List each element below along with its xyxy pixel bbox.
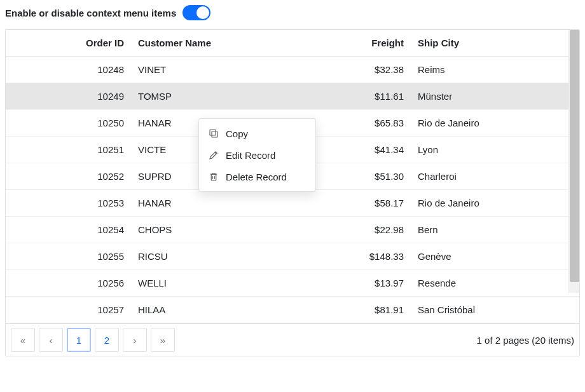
pager-buttons: « ‹ 1 2 › » [11,328,175,352]
cell-customer: RICSU [133,243,324,270]
col-order-id[interactable]: Order ID [6,30,133,57]
cell-freight: $41.34 [324,137,413,163]
cell-order-id: 10253 [6,190,133,217]
cell-order-id: 10250 [6,110,133,137]
cell-city: Resende [413,270,579,297]
cell-customer: CHOPS [133,217,324,243]
cell-city: Münster [413,83,579,110]
scrollbar-thumb[interactable] [570,30,579,282]
toggle-label: Enable or disable context menu items [5,8,176,18]
pager-page-1[interactable]: 1 [67,328,91,352]
cell-order-id: 10257 [6,297,133,323]
cell-customer: VINET [133,57,324,83]
cell-freight: $22.98 [324,217,413,243]
table-row[interactable]: 10256 WELLI $13.97 Resende [6,270,579,297]
cell-city: Bern [413,217,579,243]
svg-rect-0 [212,132,217,137]
cell-freight: $13.97 [324,270,413,297]
context-delete-label: Delete Record [226,172,287,182]
enable-toggle[interactable] [182,5,210,20]
context-copy-label: Copy [226,128,248,139]
svg-rect-1 [210,130,216,135]
cell-freight: $65.83 [324,110,413,137]
context-edit-label: Edit Record [226,150,275,161]
cell-freight: $11.61 [324,83,413,110]
table-row[interactable]: 10253 HANAR $58.17 Rio de Janeiro [6,190,579,217]
cell-city: Rio de Janeiro [413,190,579,217]
cell-customer: TOMSP [133,83,324,110]
cell-city: Reims [413,57,579,83]
cell-order-id: 10252 [6,163,133,190]
cell-order-id: 10251 [6,137,133,163]
pager-info: 1 of 2 pages (20 items) [477,335,574,346]
table-row[interactable]: 10248 VINET $32.38 Reims [6,57,579,83]
col-ship-city[interactable]: Ship City [413,30,579,57]
cell-city: Charleroi [413,163,579,190]
trash-icon [208,171,219,182]
toggle-row: Enable or disable context menu items [5,5,580,20]
cell-customer: WELLI [133,270,324,297]
cell-city: San Cristóbal [413,297,579,323]
copy-icon [208,128,219,139]
header-row: Order ID Customer Name Freight Ship City [6,30,579,57]
col-customer-name[interactable]: Customer Name [133,30,324,57]
cell-city: Lyon [413,137,579,163]
vertical-scrollbar[interactable] [568,30,579,293]
context-menu: Copy Edit Record Delete Record [198,118,316,192]
cell-customer: HANAR [133,190,324,217]
pager: « ‹ 1 2 › » 1 of 2 pages (20 items) [6,323,579,356]
cell-freight: $148.33 [324,243,413,270]
pager-prev[interactable]: ‹ [39,328,63,352]
cell-order-id: 10248 [6,57,133,83]
table-row[interactable]: 10255 RICSU $148.33 Genève [6,243,579,270]
col-freight[interactable]: Freight [324,30,413,57]
data-grid: Order ID Customer Name Freight Ship City… [5,29,580,356]
cell-freight: $32.38 [324,57,413,83]
pager-first[interactable]: « [11,328,35,352]
svg-rect-2 [211,174,216,180]
context-edit[interactable]: Edit Record [199,144,315,166]
context-delete[interactable]: Delete Record [199,166,315,187]
pager-page-2[interactable]: 2 [95,328,119,352]
pencil-icon [208,149,219,161]
cell-freight: $81.91 [324,297,413,323]
pager-last[interactable]: » [151,328,175,352]
cell-customer: HILAA [133,297,324,323]
cell-freight: $58.17 [324,190,413,217]
cell-order-id: 10255 [6,243,133,270]
toggle-knob [196,6,209,19]
cell-order-id: 10256 [6,270,133,297]
pager-next[interactable]: › [123,328,147,352]
cell-freight: $51.30 [324,163,413,190]
table-row[interactable]: 10249 TOMSP $11.61 Münster [6,83,579,110]
context-copy[interactable]: Copy [199,123,315,144]
cell-city: Rio de Janeiro [413,110,579,137]
cell-city: Genève [413,243,579,270]
table-row[interactable]: 10254 CHOPS $22.98 Bern [6,217,579,243]
cell-order-id: 10254 [6,217,133,243]
table-row[interactable]: 10257 HILAA $81.91 San Cristóbal [6,297,579,323]
cell-order-id: 10249 [6,83,133,110]
